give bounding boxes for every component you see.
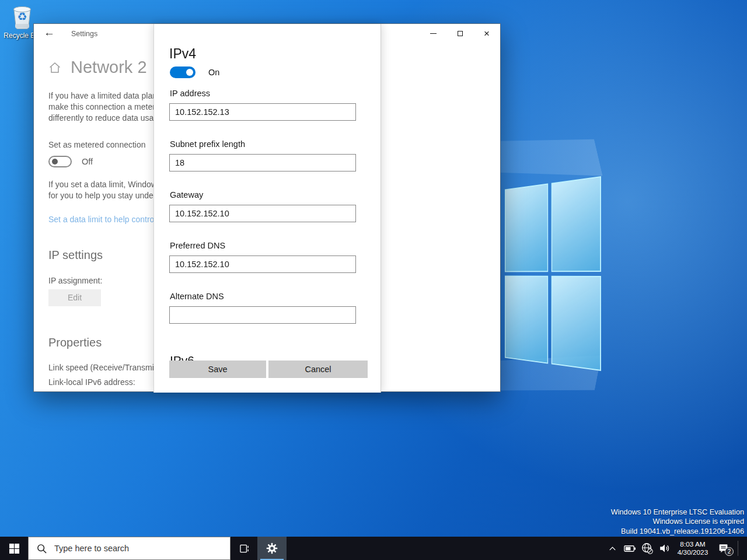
subnet-prefix-input[interactable] <box>169 154 356 172</box>
battery-tray-button[interactable] <box>622 537 637 560</box>
metered-connection-label: Set as metered connection <box>48 140 146 149</box>
cancel-button[interactable]: Cancel <box>268 360 368 378</box>
recycle-bin-icon: ♻ <box>11 3 34 31</box>
toggle-state-label: On <box>208 68 219 77</box>
minimize-button[interactable] <box>420 24 446 43</box>
system-tray: 8:03 AM 4/30/2023 2 <box>605 537 747 560</box>
toggle-knob <box>52 159 58 164</box>
globe-no-internet-icon <box>641 542 654 555</box>
link-local-label: Link-local IPv6 address: <box>48 377 135 387</box>
watermark-line: Windows License is expired <box>611 517 744 527</box>
maximize-icon <box>458 31 463 36</box>
subnet-prefix-label: Subnet prefix length <box>170 139 245 149</box>
ip-settings-heading: IP settings <box>48 249 103 262</box>
ip-assignment-label: IP assignment: <box>48 276 102 285</box>
windows-logo-pane <box>551 275 601 371</box>
windows-logo-pane <box>505 183 548 272</box>
close-icon: × <box>484 29 490 38</box>
minimize-icon <box>430 33 437 34</box>
page-title: Network 2 <box>71 58 147 77</box>
watermark-line: Build 19041.vb_release.191206-1406 <box>611 527 744 537</box>
tray-separator <box>738 541 738 556</box>
windows-watermark: Windows 10 Enterprise LTSC Evaluation Wi… <box>611 508 744 537</box>
maximize-button[interactable] <box>446 24 473 43</box>
screen: ♻ Recycle Bin Windows 10 Enterprise LTSC… <box>0 0 747 560</box>
action-center-button[interactable]: 2 <box>713 537 734 560</box>
battery-icon <box>623 542 637 555</box>
volume-tray-button[interactable] <box>657 537 672 560</box>
windows-logo-pane <box>551 176 601 272</box>
windows-logo-wallpaper <box>505 176 601 371</box>
taskbar: 8:03 AM 4/30/2023 2 <box>0 537 747 560</box>
home-icon <box>48 61 61 74</box>
toggle-on-icon[interactable] <box>170 66 196 78</box>
settings-taskbar-button[interactable] <box>257 537 287 560</box>
link-speed-label: Link speed (Receive/Transmit): <box>48 363 161 372</box>
windows-start-icon <box>9 543 20 554</box>
network-tray-button[interactable] <box>640 537 655 560</box>
windows-logo-pane <box>505 275 548 364</box>
metered-toggle[interactable]: Off <box>48 156 93 167</box>
preferred-dns-input[interactable] <box>169 256 356 273</box>
ip-address-input[interactable] <box>169 103 356 121</box>
task-view-icon <box>238 542 250 555</box>
preferred-dns-label: Preferred DNS <box>170 241 225 250</box>
window-title: Settings <box>71 30 97 38</box>
clock-time: 8:03 AM <box>676 540 710 549</box>
notification-badge: 2 <box>725 547 734 556</box>
edit-ip-dialog: IPv4 On IP address Subnet prefix length … <box>153 24 381 393</box>
toggle-state-label: Off <box>82 157 93 166</box>
watermark-line: Windows 10 Enterprise LTSC Evaluation <box>611 508 744 517</box>
search-icon <box>36 543 47 554</box>
save-button[interactable]: Save <box>169 360 266 378</box>
ipv4-toggle[interactable]: On <box>170 66 219 78</box>
recycle-arrows-glyph: ♻ <box>11 10 34 23</box>
tray-chevron-button[interactable] <box>605 537 620 560</box>
window-controls: × <box>420 24 500 43</box>
gear-icon <box>266 542 278 555</box>
ip-address-label: IP address <box>170 89 210 98</box>
search-input[interactable] <box>54 544 206 553</box>
gateway-label: Gateway <box>170 190 203 200</box>
start-button[interactable] <box>0 537 28 560</box>
page-title-row: Network 2 <box>48 58 147 77</box>
speaker-icon <box>658 542 671 555</box>
chevron-up-icon <box>608 544 617 553</box>
taskbar-search[interactable] <box>28 537 231 560</box>
settings-window: ← Settings × Network 2 If you have a lim… <box>33 23 501 392</box>
toggle-knob <box>186 69 193 76</box>
properties-heading: Properties <box>48 336 102 349</box>
task-view-button[interactable] <box>231 537 257 560</box>
edit-ip-button[interactable]: Edit <box>48 289 101 306</box>
ipv4-heading: IPv4 <box>169 46 196 62</box>
taskbar-clock[interactable]: 8:03 AM 4/30/2023 <box>675 540 711 557</box>
alternate-dns-input[interactable] <box>169 306 356 324</box>
toggle-off-icon[interactable] <box>48 156 72 167</box>
alternate-dns-label: Alternate DNS <box>170 292 224 301</box>
clock-date: 4/30/2023 <box>676 548 710 557</box>
close-button[interactable]: × <box>473 24 500 43</box>
gateway-input[interactable] <box>169 205 356 222</box>
back-button[interactable]: ← <box>44 26 55 39</box>
